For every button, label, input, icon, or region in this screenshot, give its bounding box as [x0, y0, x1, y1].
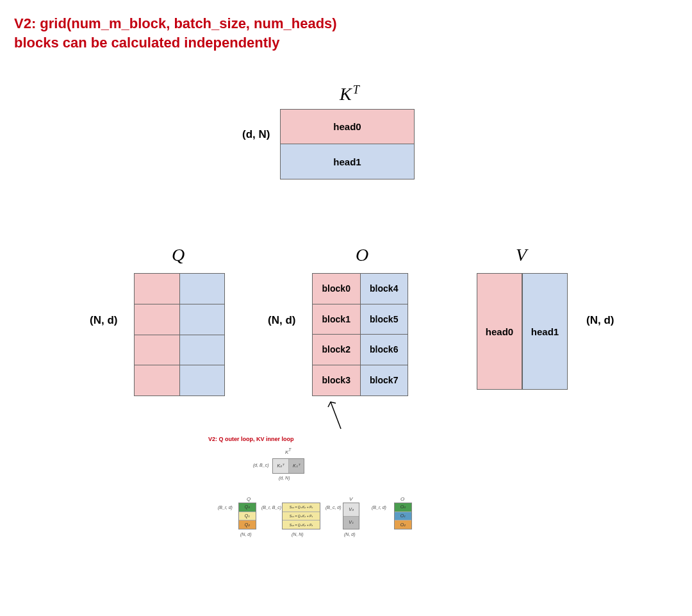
o-block0: block0 [313, 274, 361, 304]
inner-o-c2: O₂ [395, 520, 411, 529]
q-matrix [134, 273, 225, 396]
inner-o-dim-left: (B_r, d) [372, 505, 386, 510]
q-col-0 [135, 274, 180, 395]
q-dim: (N, d) [90, 314, 117, 327]
o-block3: block3 [313, 365, 361, 396]
o-block1: block1 [313, 304, 361, 335]
inner-s-c2: S₀₂ = Q₀·K₂ + P₂ [283, 520, 320, 529]
o-block6: block6 [361, 335, 408, 365]
inner-diagram: V2: Q outer loop, KV inner loop KT (d, B… [205, 436, 442, 564]
inner-q-label: Q [247, 496, 251, 502]
title-line-1: V2: grid(num_m_block, batch_size, num_he… [14, 15, 337, 31]
inner-kt-c1: K₁ᵀ [289, 459, 304, 473]
kt-dim: (d, N) [242, 128, 270, 141]
inner-kt-dim-top: (d, B_c) [253, 463, 269, 467]
inner-v-matrix: V₀ V₁ [343, 503, 359, 529]
svg-line-0 [331, 402, 341, 429]
inner-o-label: O [400, 496, 404, 502]
v-dim: (N, d) [586, 314, 614, 327]
q-label: Q [172, 245, 185, 265]
arrow-icon [327, 398, 346, 430]
inner-s-c0: S₀₀ = Q₀·K₀ + P₀ [283, 503, 320, 512]
title-line-2: blocks can be calculated independently [14, 35, 279, 51]
inner-q-c2: Q₂ [239, 520, 256, 529]
inner-v-dim-left: (B_c, d) [325, 505, 342, 510]
o-block2: block2 [313, 335, 361, 365]
inner-o-matrix: O₀ O₁ O₂ [394, 503, 412, 529]
inner-kt-dim-bottom: (d, N) [279, 476, 290, 480]
o-block7: block7 [361, 365, 408, 396]
inner-kt-label: KT [285, 447, 291, 455]
inner-s-c1: S₀₁ = Q₀·K₁ + P₁ [283, 512, 320, 521]
inner-s-dim-bottom: (N, N) [292, 532, 304, 537]
inner-title: V2: Q outer loop, KV inner loop [208, 436, 294, 442]
inner-q-matrix: Q₀ Q₁ Q₂ [238, 503, 256, 529]
inner-q-c0: Q₀ [239, 503, 256, 512]
inner-s-dim-left: (B_r, B_c) [261, 505, 281, 510]
diagram-title: V2: grid(num_m_block, batch_size, num_he… [14, 14, 337, 52]
inner-q-dim-left: (B_r, d) [218, 505, 233, 510]
q-col-1 [180, 274, 225, 395]
v-head1-cell: head1 [522, 274, 567, 389]
inner-v-label: V [349, 496, 352, 502]
v-matrix: head0 head1 [477, 273, 568, 390]
v-label: V [516, 245, 527, 265]
kt-head0-cell: head0 [281, 110, 414, 144]
inner-q-dim-bottom: (N, d) [240, 532, 252, 537]
inner-q-c1: Q₁ [239, 512, 256, 521]
kt-head1-cell: head1 [281, 144, 414, 179]
kt-matrix: head0 head1 [280, 109, 415, 179]
inner-v-dim-bottom: (N, d) [344, 532, 356, 537]
o-label: O [356, 245, 368, 265]
o-block4: block4 [361, 274, 408, 304]
inner-o-c1: O₁ [395, 512, 411, 521]
inner-s-matrix: S₀₀ = Q₀·K₀ + P₀ S₀₁ = Q₀·K₁ + P₁ S₀₂ = … [282, 503, 320, 529]
inner-v-c1: V₁ [343, 517, 359, 529]
v-head0-cell: head0 [477, 274, 522, 389]
kt-label: KT [340, 83, 358, 104]
inner-kt-matrix: K₀ᵀ K₁ᵀ [272, 458, 304, 474]
inner-kt-c0: K₀ᵀ [273, 459, 289, 473]
inner-o-c0: O₀ [395, 503, 411, 512]
o-block5: block5 [361, 304, 408, 335]
inner-v-c0: V₀ [343, 503, 359, 517]
o-matrix: block0block4 block1block5 block2block6 b… [312, 273, 408, 396]
o-dim: (N, d) [268, 314, 295, 327]
